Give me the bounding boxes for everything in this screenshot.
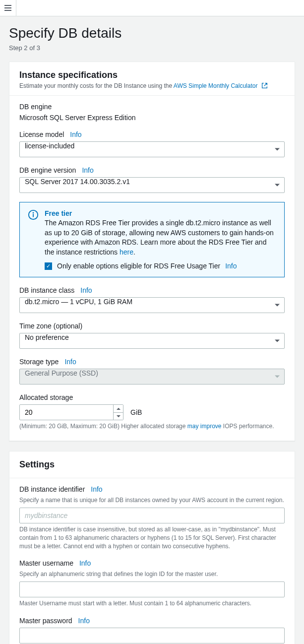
instance-class-select[interactable]: db.t2.micro — 1 vCPU, 1 GiB RAM bbox=[19, 297, 285, 313]
instance-spec-title: Instance specifications bbox=[19, 70, 285, 80]
storage-type-label: Storage type bbox=[19, 358, 59, 366]
identifier-desc: Specify a name that is unique for all DB… bbox=[19, 496, 285, 505]
allocated-storage-label: Allocated storage bbox=[19, 393, 73, 401]
free-tier-checkbox-info-link[interactable]: Info bbox=[225, 262, 237, 270]
checkmark-icon: ✓ bbox=[46, 263, 51, 269]
timezone-label: Time zone (optional) bbox=[19, 322, 82, 330]
calculator-link[interactable]: AWS Simple Monthly Calculator bbox=[174, 82, 258, 89]
allocated-storage-input[interactable] bbox=[19, 404, 123, 420]
top-bar bbox=[0, 0, 304, 16]
username-input[interactable] bbox=[19, 581, 285, 597]
license-model-select[interactable]: license-included bbox=[19, 141, 285, 157]
license-info-link[interactable]: Info bbox=[70, 130, 81, 138]
password-label: Master password bbox=[19, 617, 72, 625]
identifier-info-link[interactable]: Info bbox=[91, 485, 102, 493]
free-tier-desc: The Amazon RDS Free Tier provides a sing… bbox=[45, 219, 274, 256]
allocated-storage-help: (Minimum: 20 GiB, Maximum: 20 GiB) Highe… bbox=[19, 422, 285, 431]
info-icon bbox=[28, 209, 39, 220]
external-link-icon bbox=[261, 82, 268, 89]
db-engine-label: DB engine bbox=[19, 103, 285, 111]
identifier-help: DB instance identifier is case insensiti… bbox=[19, 525, 285, 550]
password-info-link[interactable]: Info bbox=[78, 617, 90, 625]
stepper-down-button[interactable] bbox=[114, 413, 123, 420]
stepper-up-button[interactable] bbox=[114, 405, 123, 413]
hamburger-icon bbox=[4, 5, 11, 11]
free-tier-checkbox-label: Only enable options eligible for RDS Fre… bbox=[57, 262, 220, 270]
db-engine-value: Microsoft SQL Server Express Edition bbox=[19, 114, 285, 122]
username-help: Master Username must start with a letter… bbox=[19, 599, 285, 608]
engine-version-select[interactable]: SQL Server 2017 14.00.3035.2.v1 bbox=[19, 177, 285, 193]
cost-estimate-text: Estimate your monthly costs for the DB I… bbox=[19, 82, 174, 89]
engine-version-info-link[interactable]: Info bbox=[82, 166, 93, 174]
free-tier-title: Free tier bbox=[45, 209, 276, 217]
free-tier-here-link[interactable]: here bbox=[120, 248, 133, 256]
storage-type-select: General Purpose (SSD) bbox=[19, 369, 285, 385]
free-tier-info-box: Free tier The Amazon RDS Free Tier provi… bbox=[19, 202, 285, 277]
instance-spec-panel: Instance specifications Estimate your mo… bbox=[9, 62, 295, 441]
step-indicator: Step 2 of 3 bbox=[9, 44, 295, 52]
allocated-help-text2: IOPS performance. bbox=[221, 423, 274, 430]
engine-version-label: DB engine version bbox=[19, 166, 76, 174]
free-tier-checkbox[interactable]: ✓ bbox=[45, 262, 52, 270]
storage-type-info-link[interactable]: Info bbox=[64, 358, 76, 366]
page-title: Specify DB details bbox=[9, 25, 295, 41]
storage-unit: GiB bbox=[130, 408, 142, 416]
triangle-down-icon bbox=[117, 415, 121, 417]
timezone-select[interactable]: No preference bbox=[19, 333, 285, 349]
settings-title: Settings bbox=[19, 459, 285, 470]
instance-class-label: DB instance class bbox=[19, 286, 74, 294]
username-desc: Specify an alphanumeric string that defi… bbox=[19, 570, 285, 579]
svg-rect-2 bbox=[33, 214, 34, 217]
svg-point-1 bbox=[33, 212, 34, 214]
password-input[interactable] bbox=[19, 628, 285, 644]
triangle-up-icon bbox=[117, 408, 121, 410]
menu-button[interactable] bbox=[0, 0, 16, 16]
allocated-help-text1: (Minimum: 20 GiB, Maximum: 20 GiB) Highe… bbox=[19, 423, 187, 430]
may-improve-link[interactable]: may improve bbox=[187, 423, 222, 430]
username-info-link[interactable]: Info bbox=[79, 559, 91, 567]
username-label: Master username bbox=[19, 559, 73, 567]
instance-class-info-link[interactable]: Info bbox=[80, 286, 92, 294]
identifier-label: DB instance identifier bbox=[19, 485, 85, 493]
identifier-input[interactable] bbox=[19, 508, 285, 523]
instance-spec-subtitle: Estimate your monthly costs for the DB I… bbox=[19, 82, 285, 89]
settings-panel: Settings DB instance identifier Info Spe… bbox=[9, 451, 295, 644]
free-tier-text: The Amazon RDS Free Tier provides a sing… bbox=[45, 218, 276, 257]
license-model-label: License model bbox=[19, 130, 64, 138]
